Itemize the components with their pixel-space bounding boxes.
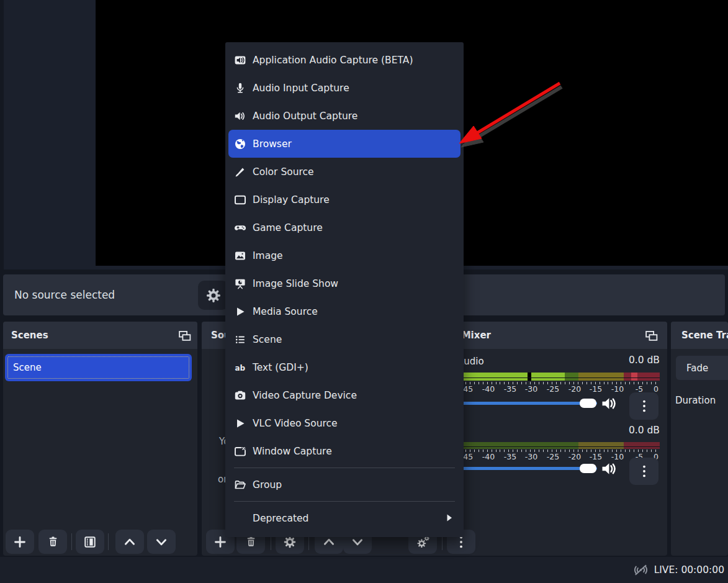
menu-item-label: Audio Output Capture bbox=[253, 111, 357, 122]
menu-item-label: Audio Input Capture bbox=[253, 83, 349, 94]
menu-item-game-capture[interactable]: Game Capture bbox=[228, 214, 461, 242]
remove-scene-button[interactable] bbox=[38, 530, 67, 554]
add-source-menu: Application Audio Capture (BETA) Audio I… bbox=[225, 42, 464, 537]
window-capture-icon bbox=[234, 445, 248, 458]
menu-item-audio-input-capture[interactable]: Audio Input Capture bbox=[228, 74, 461, 102]
menu-item-text-gdi[interactable]: ab Text (GDI+) bbox=[228, 353, 461, 381]
menu-separator bbox=[234, 501, 455, 502]
menu-item-label: Display Capture bbox=[253, 194, 330, 206]
scene-filters-button[interactable] bbox=[76, 530, 104, 554]
app-audio-capture-icon bbox=[234, 54, 248, 66]
menu-item-label: Group bbox=[253, 479, 282, 490]
scenes-panel: Scenes Scene bbox=[3, 322, 197, 556]
transitions-title: Scene Transitions bbox=[681, 330, 728, 341]
volume-meter bbox=[444, 442, 660, 449]
move-scene-down-button[interactable] bbox=[147, 530, 176, 554]
globe-icon bbox=[234, 138, 248, 150]
menu-item-label: Browser bbox=[253, 138, 292, 150]
db-tick-label: -20 bbox=[568, 384, 581, 394]
volume-slider-handle[interactable] bbox=[580, 399, 596, 408]
menu-item-browser[interactable]: Browser bbox=[228, 130, 461, 158]
menu-item-scene[interactable]: Scene bbox=[228, 325, 461, 353]
stream-inactive-icon bbox=[632, 563, 649, 577]
microphone-icon bbox=[234, 82, 248, 94]
popout-icon[interactable] bbox=[644, 330, 659, 343]
speaker-icon[interactable] bbox=[601, 460, 618, 477]
duration-label: Duration bbox=[675, 395, 716, 406]
trash-icon bbox=[47, 535, 60, 548]
db-tick-label: -20 bbox=[568, 452, 581, 461]
status-bar: LIVE: 00:00:00 bbox=[0, 557, 728, 583]
mixer-channel-db: 0.0 dB bbox=[629, 425, 660, 436]
menu-item-display-capture[interactable]: Display Capture bbox=[228, 186, 461, 214]
menu-item-vlc-video-source[interactable]: VLC Video Source bbox=[228, 409, 461, 437]
chevron-down-icon bbox=[155, 535, 168, 549]
menu-item-label: Application Audio Capture (BETA) bbox=[253, 55, 413, 66]
menu-item-deprecated[interactable]: Deprecated bbox=[228, 504, 461, 532]
list-icon bbox=[234, 333, 248, 346]
db-tick-label: -35 bbox=[504, 452, 516, 461]
db-tick-label: -30 bbox=[525, 452, 537, 461]
menu-item-label: Game Capture bbox=[253, 222, 323, 233]
menu-item-label: Text (GDI+) bbox=[253, 362, 308, 373]
svg-text:ab: ab bbox=[235, 363, 246, 372]
speaker-icon bbox=[234, 110, 248, 122]
folder-open-icon bbox=[234, 479, 248, 491]
scenes-title: Scenes bbox=[11, 330, 48, 341]
menu-item-label: Deprecated bbox=[253, 513, 308, 524]
menu-item-image-slide-show[interactable]: Image Slide Show bbox=[228, 269, 461, 297]
scene-list-item[interactable]: Scene bbox=[5, 354, 192, 381]
no-source-selected-label: No source selected bbox=[14, 274, 115, 315]
menu-item-video-capture-device[interactable]: Video Capture Device bbox=[228, 381, 461, 409]
transition-select[interactable]: Fade bbox=[676, 356, 728, 380]
source-properties-button[interactable] bbox=[198, 281, 228, 310]
speaker-icon[interactable] bbox=[601, 395, 618, 412]
db-tick-label: -25 bbox=[547, 384, 559, 394]
menu-item-label: Scene bbox=[253, 334, 282, 345]
play-icon bbox=[234, 305, 248, 318]
kebab-menu-icon bbox=[642, 464, 647, 478]
menu-item-group[interactable]: Group bbox=[228, 471, 461, 499]
menu-item-media-source[interactable]: Media Source bbox=[228, 297, 461, 325]
menu-item-audio-output-capture[interactable]: Audio Output Capture bbox=[228, 102, 461, 130]
mixer-channel-db: 0.0 dB bbox=[629, 355, 660, 366]
camera-icon bbox=[234, 389, 248, 402]
toolbar-separator bbox=[108, 533, 109, 550]
gear-icon bbox=[205, 287, 222, 304]
add-scene-button[interactable] bbox=[6, 530, 34, 554]
channel-options-button[interactable] bbox=[629, 458, 658, 485]
filters-icon bbox=[83, 535, 97, 549]
kebab-menu-icon bbox=[642, 399, 647, 413]
db-tick-label: -15 bbox=[590, 384, 602, 394]
play-icon bbox=[234, 417, 248, 430]
menu-item-label: Window Capture bbox=[253, 446, 332, 457]
menu-item-window-capture[interactable]: Window Capture bbox=[228, 437, 461, 465]
db-tick-label: -40 bbox=[482, 452, 495, 461]
db-tick-label: -25 bbox=[547, 452, 559, 461]
db-tick-label: -35 bbox=[504, 384, 516, 394]
meter-tick-labels: -45 -40 -35 -30 -25 -20 -15 -10 -5 0 bbox=[444, 384, 660, 394]
menu-item-label: Video Capture Device bbox=[253, 390, 357, 401]
trash-icon bbox=[245, 535, 258, 548]
meter-tick-labels: -45 -40 -35 -30 -25 -20 -15 -10 -5 0 bbox=[444, 452, 660, 462]
scene-transitions-panel: Scene Transitions Fade Duration bbox=[671, 322, 728, 556]
channel-options-button[interactable] bbox=[629, 392, 658, 420]
menu-item-image[interactable]: Image bbox=[228, 242, 461, 269]
transition-select-value: Fade bbox=[686, 363, 708, 374]
scenes-panel-header: Scenes bbox=[3, 322, 197, 349]
menu-item-application-audio-capture[interactable]: Application Audio Capture (BETA) bbox=[228, 46, 461, 74]
menu-item-color-source[interactable]: Color Source bbox=[228, 158, 461, 186]
move-scene-up-button[interactable] bbox=[115, 530, 144, 554]
db-tick-label: -10 bbox=[611, 384, 624, 394]
menu-item-label: Media Source bbox=[253, 306, 318, 317]
popout-icon[interactable] bbox=[178, 330, 192, 343]
scene-item-label: Scene bbox=[13, 362, 42, 373]
slideshow-icon bbox=[234, 278, 248, 290]
monitor-icon bbox=[234, 194, 248, 206]
volume-slider-handle[interactable] bbox=[580, 464, 596, 473]
scenes-toolbar bbox=[3, 530, 197, 554]
db-tick-label: -40 bbox=[482, 384, 495, 394]
image-icon bbox=[234, 250, 248, 262]
volume-meter bbox=[444, 373, 660, 381]
submenu-arrow-icon bbox=[446, 513, 452, 522]
